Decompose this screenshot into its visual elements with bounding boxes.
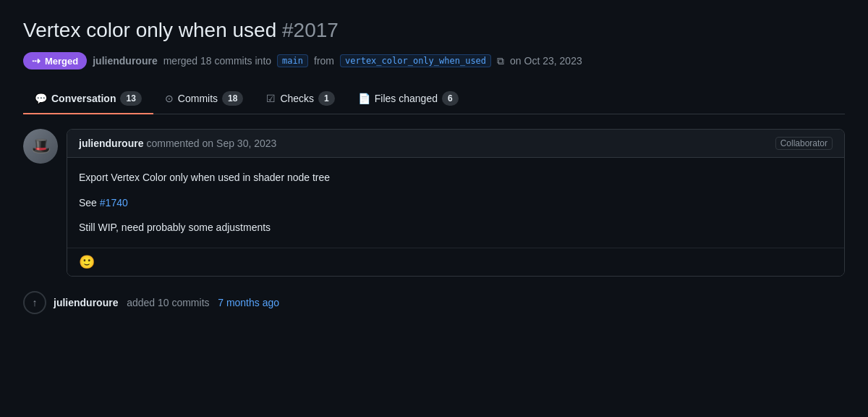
- copy-icon[interactable]: ⧉: [497, 55, 504, 67]
- emoji-reaction-button[interactable]: 🙂: [79, 255, 95, 269]
- comment-line2: See #1740: [79, 195, 833, 211]
- commit-added-icon: ↑: [23, 291, 46, 314]
- commit-event-username[interactable]: julienduroure: [54, 297, 118, 308]
- commit-event-action: [121, 297, 124, 308]
- conversation-icon: 💬: [35, 93, 47, 104]
- tab-checks-label: Checks: [280, 93, 314, 104]
- commit-event-text: julienduroure added 10 commits 7 months …: [54, 297, 279, 308]
- tab-files-label: Files changed: [375, 93, 438, 104]
- comment-footer: 🙂: [67, 248, 844, 276]
- comment-header: julienduroure commented on Sep 30, 2023 …: [67, 130, 844, 158]
- commit-added-event: ↑ julienduroure added 10 commits 7 month…: [23, 288, 845, 314]
- pr-number: #2017: [282, 19, 339, 41]
- merge-info-bar: ⇢ Merged julienduroure merged 18 commits…: [23, 52, 845, 70]
- comment-see-prefix: See: [79, 197, 97, 208]
- tab-files-count: 6: [442, 91, 459, 106]
- merge-icon: ⇢: [32, 55, 41, 67]
- merge-username: julienduroure: [93, 55, 157, 67]
- tab-commits-count: 18: [222, 91, 243, 106]
- merge-date: on Oct 23, 2023: [510, 55, 582, 67]
- checks-icon: ☑: [266, 93, 276, 104]
- commit-up-icon: ↑: [33, 297, 38, 308]
- comment-box: julienduroure commented on Sep 30, 2023 …: [67, 129, 845, 276]
- files-icon: 📄: [358, 93, 370, 104]
- comment-body: Export Vertex Color only when used in sh…: [67, 158, 844, 247]
- comment-date: Sep 30, 2023: [216, 138, 276, 149]
- merged-badge-label: Merged: [45, 56, 78, 67]
- tab-commits[interactable]: ⊙ Commits 18: [153, 84, 255, 114]
- avatar: 🎩: [23, 129, 58, 164]
- tab-checks-count: 1: [318, 91, 335, 106]
- head-branch[interactable]: vertex_color_only_when_used: [340, 54, 491, 67]
- merge-action: merged 18 commits into: [163, 55, 271, 67]
- pr-title-text: Vertex color only when used: [23, 19, 276, 41]
- commits-icon: ⊙: [165, 93, 174, 104]
- tab-conversation-label: Conversation: [51, 93, 116, 104]
- tab-files-changed[interactable]: 📄 Files changed 6: [346, 84, 470, 114]
- base-branch[interactable]: main: [277, 54, 308, 67]
- tabs-bar: 💬 Conversation 13 ⊙ Commits 18 ☑ Checks …: [23, 84, 845, 114]
- avatar-image: 🎩: [23, 129, 58, 164]
- tab-conversation[interactable]: 💬 Conversation 13: [23, 84, 153, 114]
- comment-line1: Export Vertex Color only when used in sh…: [79, 169, 833, 185]
- collaborator-badge: Collaborator: [775, 137, 833, 150]
- comment-line3: Still WIP, need probably some adjustment…: [79, 219, 833, 235]
- comment-action: commented on: [146, 138, 213, 149]
- tab-commits-label: Commits: [178, 93, 218, 104]
- tab-checks[interactable]: ☑ Checks 1: [255, 84, 346, 114]
- page-title: Vertex color only when used #2017: [23, 17, 845, 43]
- merged-badge: ⇢ Merged: [23, 52, 87, 70]
- comment-username[interactable]: julienduroure: [79, 138, 143, 149]
- commit-time-link[interactable]: 7 months ago: [218, 297, 279, 308]
- merge-separator: from: [314, 55, 334, 67]
- comment-link[interactable]: #1740: [100, 197, 128, 208]
- comment-thread: 🎩 julienduroure commented on Sep 30, 202…: [23, 129, 845, 276]
- comment-header-left: julienduroure commented on Sep 30, 2023: [79, 138, 276, 149]
- tab-conversation-count: 13: [120, 91, 141, 106]
